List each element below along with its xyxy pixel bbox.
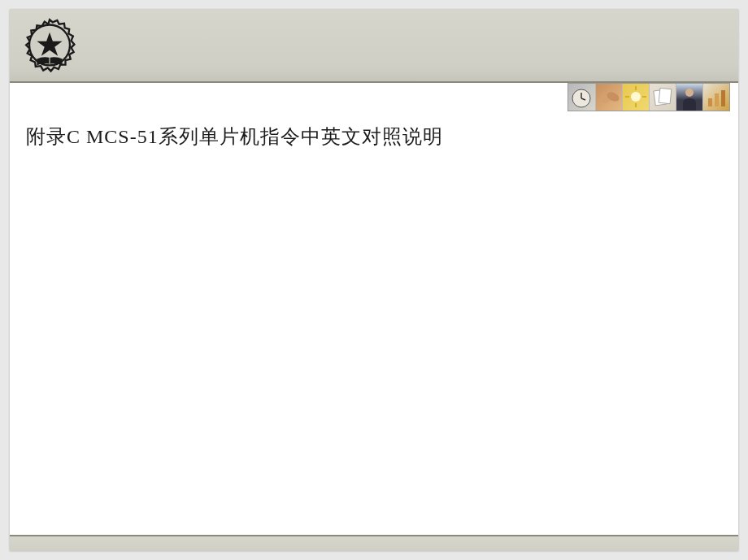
thumb-image-person: [676, 84, 702, 111]
svg-point-7: [631, 92, 641, 102]
thumb-image-clock: [568, 84, 595, 111]
thumb-image-documents: [649, 84, 676, 111]
svg-point-14: [685, 89, 694, 97]
presentation-slide: 附录C MCS-51系列单片机指令中英文对照说明: [10, 10, 738, 551]
thumb-image-chart: [702, 84, 729, 111]
slide-footer-bar: [10, 535, 738, 551]
thumb-image-sun: [622, 84, 649, 111]
slide-title: 附录C MCS-51系列单片机指令中英文对照说明: [26, 124, 722, 150]
svg-rect-13: [659, 88, 672, 103]
decorative-thumbnail-strip: [568, 83, 730, 111]
slide-header-bar: [10, 10, 738, 83]
gear-star-book-icon: [18, 15, 81, 78]
svg-rect-15: [708, 98, 712, 106]
institution-logo: [18, 15, 81, 78]
svg-rect-16: [715, 93, 719, 106]
svg-rect-17: [721, 90, 725, 106]
thumb-image-hands: [595, 84, 622, 111]
